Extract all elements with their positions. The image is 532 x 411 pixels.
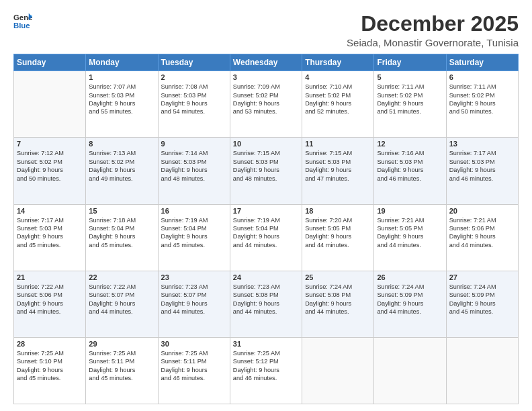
day-number: 11 — [305, 140, 371, 148]
table-row: 29Sunrise: 7:25 AMSunset: 5:11 PMDayligh… — [86, 337, 158, 404]
day-number: 25 — [305, 273, 371, 281]
day-info: Sunrise: 7:25 AMSunset: 5:12 PMDaylight:… — [233, 349, 299, 383]
col-tuesday: Tuesday — [158, 54, 230, 71]
day-info: Sunrise: 7:13 AMSunset: 5:02 PMDaylight:… — [89, 149, 154, 183]
day-info: Sunrise: 7:15 AMSunset: 5:03 PMDaylight:… — [233, 149, 299, 183]
day-number: 6 — [449, 73, 515, 81]
table-row: 1Sunrise: 7:07 AMSunset: 5:03 PMDaylight… — [86, 71, 158, 138]
day-number: 28 — [17, 340, 83, 348]
table-row: 14Sunrise: 7:17 AMSunset: 5:03 PMDayligh… — [14, 204, 86, 271]
day-info: Sunrise: 7:25 AMSunset: 5:11 PMDaylight:… — [161, 349, 227, 383]
table-row: 27Sunrise: 7:24 AMSunset: 5:09 PMDayligh… — [446, 271, 518, 337]
day-number: 2 — [161, 73, 227, 81]
day-info: Sunrise: 7:19 AMSunset: 5:04 PMDaylight:… — [233, 216, 299, 250]
day-number: 24 — [233, 273, 299, 281]
day-info: Sunrise: 7:07 AMSunset: 5:03 PMDaylight:… — [89, 83, 154, 116]
day-info: Sunrise: 7:14 AMSunset: 5:03 PMDaylight:… — [161, 149, 227, 183]
table-row: 3Sunrise: 7:09 AMSunset: 5:02 PMDaylight… — [230, 71, 302, 138]
day-number: 29 — [89, 340, 154, 348]
day-info: Sunrise: 7:19 AMSunset: 5:04 PMDaylight:… — [161, 216, 227, 250]
day-info: Sunrise: 7:25 AMSunset: 5:11 PMDaylight:… — [89, 349, 154, 383]
table-row: 25Sunrise: 7:24 AMSunset: 5:08 PMDayligh… — [302, 271, 374, 337]
calendar-header-row: Sunday Monday Tuesday Wednesday Thursday… — [14, 54, 519, 71]
day-number: 15 — [89, 207, 154, 215]
day-info: Sunrise: 7:25 AMSunset: 5:10 PMDaylight:… — [17, 349, 83, 383]
calendar-week-row: 1Sunrise: 7:07 AMSunset: 5:03 PMDaylight… — [14, 71, 519, 138]
day-number: 22 — [89, 273, 154, 281]
calendar-table: Sunday Monday Tuesday Wednesday Thursday… — [13, 54, 519, 404]
day-info: Sunrise: 7:21 AMSunset: 5:06 PMDaylight:… — [449, 216, 515, 250]
table-row: 6Sunrise: 7:11 AMSunset: 5:02 PMDaylight… — [446, 71, 518, 138]
col-thursday: Thursday — [302, 54, 374, 71]
day-number: 3 — [233, 73, 299, 81]
day-number: 1 — [89, 73, 154, 81]
day-info: Sunrise: 7:22 AMSunset: 5:07 PMDaylight:… — [89, 283, 154, 316]
day-number: 26 — [377, 273, 443, 281]
table-row: 23Sunrise: 7:23 AMSunset: 5:07 PMDayligh… — [158, 271, 230, 337]
day-number: 23 — [161, 273, 227, 281]
table-row: 19Sunrise: 7:21 AMSunset: 5:05 PMDayligh… — [374, 204, 446, 271]
day-info: Sunrise: 7:16 AMSunset: 5:03 PMDaylight:… — [377, 149, 443, 183]
col-sunday: Sunday — [14, 54, 86, 71]
table-row: 12Sunrise: 7:16 AMSunset: 5:03 PMDayligh… — [374, 138, 446, 204]
table-row: 13Sunrise: 7:17 AMSunset: 5:03 PMDayligh… — [446, 138, 518, 204]
table-row — [14, 71, 86, 138]
page: General Blue December 2025 Seiada, Monas… — [0, 0, 532, 411]
day-info: Sunrise: 7:15 AMSunset: 5:03 PMDaylight:… — [305, 149, 371, 183]
table-row: 11Sunrise: 7:15 AMSunset: 5:03 PMDayligh… — [302, 138, 374, 204]
table-row: 2Sunrise: 7:08 AMSunset: 5:03 PMDaylight… — [158, 71, 230, 138]
day-number: 21 — [17, 273, 83, 281]
table-row — [374, 337, 446, 404]
col-wednesday: Wednesday — [230, 54, 302, 71]
table-row: 22Sunrise: 7:22 AMSunset: 5:07 PMDayligh… — [86, 271, 158, 337]
day-info: Sunrise: 7:10 AMSunset: 5:02 PMDaylight:… — [305, 83, 371, 116]
col-friday: Friday — [374, 54, 446, 71]
table-row: 15Sunrise: 7:18 AMSunset: 5:04 PMDayligh… — [86, 204, 158, 271]
day-number: 12 — [377, 140, 443, 148]
day-number: 27 — [449, 273, 515, 281]
table-row: 28Sunrise: 7:25 AMSunset: 5:10 PMDayligh… — [14, 337, 86, 404]
day-number: 8 — [89, 140, 154, 148]
table-row — [446, 337, 518, 404]
day-info: Sunrise: 7:24 AMSunset: 5:09 PMDaylight:… — [377, 283, 443, 316]
svg-text:Blue: Blue — [13, 21, 30, 30]
header: General Blue December 2025 Seiada, Monas… — [13, 12, 519, 48]
day-info: Sunrise: 7:17 AMSunset: 5:03 PMDaylight:… — [17, 216, 83, 250]
day-number: 17 — [233, 207, 299, 215]
table-row: 8Sunrise: 7:13 AMSunset: 5:02 PMDaylight… — [86, 138, 158, 204]
day-info: Sunrise: 7:20 AMSunset: 5:05 PMDaylight:… — [305, 216, 371, 250]
day-info: Sunrise: 7:22 AMSunset: 5:06 PMDaylight:… — [17, 283, 83, 316]
table-row: 31Sunrise: 7:25 AMSunset: 5:12 PMDayligh… — [230, 337, 302, 404]
table-row: 5Sunrise: 7:11 AMSunset: 5:02 PMDaylight… — [374, 71, 446, 138]
calendar-week-row: 14Sunrise: 7:17 AMSunset: 5:03 PMDayligh… — [14, 204, 519, 271]
title-area: December 2025 Seiada, Monastir Governora… — [347, 12, 519, 48]
day-info: Sunrise: 7:17 AMSunset: 5:03 PMDaylight:… — [449, 149, 515, 183]
day-number: 14 — [17, 207, 83, 215]
day-info: Sunrise: 7:09 AMSunset: 5:02 PMDaylight:… — [233, 83, 299, 116]
day-number: 30 — [161, 340, 227, 348]
day-info: Sunrise: 7:12 AMSunset: 5:02 PMDaylight:… — [17, 149, 83, 183]
calendar-week-row: 21Sunrise: 7:22 AMSunset: 5:06 PMDayligh… — [14, 271, 519, 337]
location-title: Seiada, Monastir Governorate, Tunisia — [347, 37, 519, 48]
table-row: 10Sunrise: 7:15 AMSunset: 5:03 PMDayligh… — [230, 138, 302, 204]
table-row: 26Sunrise: 7:24 AMSunset: 5:09 PMDayligh… — [374, 271, 446, 337]
table-row: 17Sunrise: 7:19 AMSunset: 5:04 PMDayligh… — [230, 204, 302, 271]
logo-icon: General Blue — [13, 12, 32, 31]
day-info: Sunrise: 7:08 AMSunset: 5:03 PMDaylight:… — [161, 83, 227, 116]
table-row: 18Sunrise: 7:20 AMSunset: 5:05 PMDayligh… — [302, 204, 374, 271]
day-number: 13 — [449, 140, 515, 148]
day-info: Sunrise: 7:23 AMSunset: 5:07 PMDaylight:… — [161, 283, 227, 316]
table-row — [302, 337, 374, 404]
calendar-week-row: 28Sunrise: 7:25 AMSunset: 5:10 PMDayligh… — [14, 337, 519, 404]
table-row: 9Sunrise: 7:14 AMSunset: 5:03 PMDaylight… — [158, 138, 230, 204]
day-number: 5 — [377, 73, 443, 81]
month-title: December 2025 — [347, 12, 519, 36]
day-number: 31 — [233, 340, 299, 348]
day-info: Sunrise: 7:11 AMSunset: 5:02 PMDaylight:… — [449, 83, 515, 116]
col-saturday: Saturday — [446, 54, 518, 71]
day-info: Sunrise: 7:24 AMSunset: 5:09 PMDaylight:… — [449, 283, 515, 316]
day-number: 7 — [17, 140, 83, 148]
table-row: 7Sunrise: 7:12 AMSunset: 5:02 PMDaylight… — [14, 138, 86, 204]
logo: General Blue — [13, 12, 32, 31]
table-row: 24Sunrise: 7:23 AMSunset: 5:08 PMDayligh… — [230, 271, 302, 337]
